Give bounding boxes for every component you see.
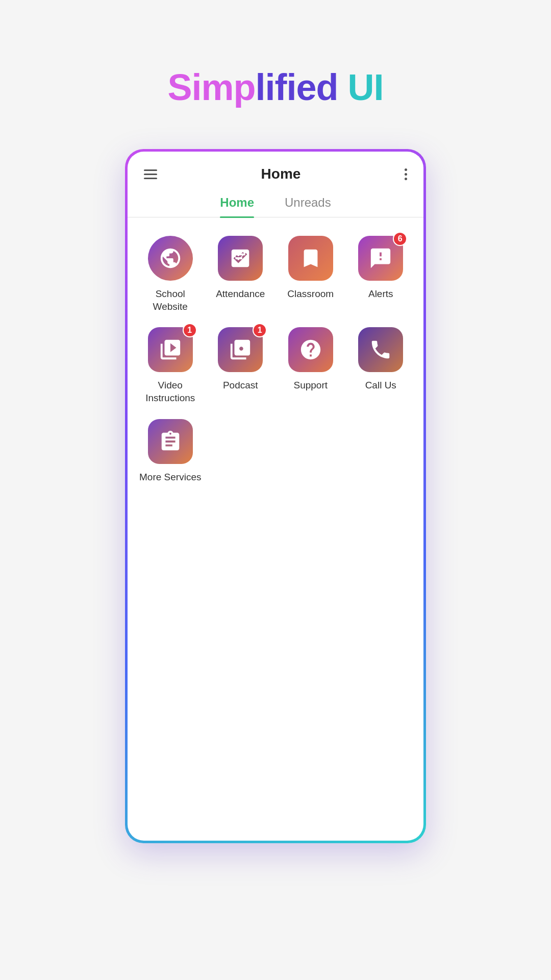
call-us-label: Call Us bbox=[365, 379, 396, 392]
tab-unreads[interactable]: Unreads bbox=[285, 195, 331, 217]
title-simp: Simp bbox=[167, 67, 255, 108]
podcast-badge: 1 bbox=[253, 323, 267, 337]
alerts-badge: 6 bbox=[393, 232, 407, 246]
page-title: Simplified UI bbox=[167, 66, 383, 108]
podcast-label: Podcast bbox=[223, 379, 258, 392]
alerts-icon-wrap: 6 bbox=[358, 236, 403, 281]
school-website-icon-wrap bbox=[148, 236, 193, 281]
video-instructions-icon-wrap: 1 bbox=[148, 327, 193, 372]
alerts-label: Alerts bbox=[368, 288, 393, 301]
more-services-label: More Services bbox=[139, 471, 201, 484]
classroom-icon-wrap bbox=[288, 236, 333, 281]
call-us-icon-bg bbox=[358, 327, 403, 372]
support-icon bbox=[299, 338, 322, 361]
attendance-icon-bg bbox=[218, 236, 263, 281]
phone-icon bbox=[369, 338, 392, 361]
bookmark-icon bbox=[299, 247, 322, 270]
globe-icon bbox=[159, 247, 182, 270]
tab-bar: Home Unreads bbox=[128, 190, 423, 217]
grid-item-alerts[interactable]: 6 Alerts bbox=[348, 236, 414, 313]
video-icon bbox=[159, 338, 182, 361]
phone-screen: Home Home Unreads bbox=[128, 152, 423, 841]
grid-item-school-website[interactable]: School Website bbox=[138, 236, 203, 313]
more-services-icon-bg bbox=[148, 419, 193, 464]
music-icon bbox=[229, 338, 252, 361]
call-us-icon-wrap bbox=[358, 327, 403, 372]
support-label: Support bbox=[293, 379, 328, 392]
grid-item-call-us[interactable]: Call Us bbox=[348, 327, 414, 404]
school-website-icon-bg bbox=[148, 236, 193, 281]
title-ui: UI bbox=[348, 67, 384, 108]
home-grid: School Website Attendance bbox=[128, 217, 423, 483]
video-badge: 1 bbox=[183, 323, 197, 337]
grid-item-podcast[interactable]: 1 Podcast bbox=[208, 327, 273, 404]
phone-frame: Home Home Unreads bbox=[125, 149, 426, 843]
classroom-label: Classroom bbox=[287, 288, 334, 301]
clipboard-icon bbox=[159, 430, 182, 453]
alert-icon bbox=[369, 247, 392, 270]
school-website-label: School Website bbox=[138, 288, 203, 313]
top-bar: Home bbox=[128, 152, 423, 190]
hamburger-menu-icon[interactable] bbox=[144, 169, 157, 179]
more-services-icon-wrap bbox=[148, 419, 193, 464]
grid-item-more-services[interactable]: More Services bbox=[138, 419, 203, 484]
podcast-icon-wrap: 1 bbox=[218, 327, 263, 372]
attendance-label: Attendance bbox=[216, 288, 265, 301]
grid-item-classroom[interactable]: Classroom bbox=[278, 236, 343, 313]
top-bar-title: Home bbox=[261, 166, 301, 182]
checklist-icon bbox=[229, 247, 252, 270]
grid-item-attendance[interactable]: Attendance bbox=[208, 236, 273, 313]
title-lified: lified bbox=[256, 67, 348, 108]
more-options-icon[interactable] bbox=[405, 168, 407, 180]
tab-home[interactable]: Home bbox=[220, 195, 254, 217]
support-icon-wrap bbox=[288, 327, 333, 372]
classroom-icon-bg bbox=[288, 236, 333, 281]
video-instructions-label: Video Instructions bbox=[138, 379, 203, 404]
support-icon-bg bbox=[288, 327, 333, 372]
grid-item-support[interactable]: Support bbox=[278, 327, 343, 404]
attendance-icon-wrap bbox=[218, 236, 263, 281]
grid-item-video-instructions[interactable]: 1 Video Instructions bbox=[138, 327, 203, 404]
